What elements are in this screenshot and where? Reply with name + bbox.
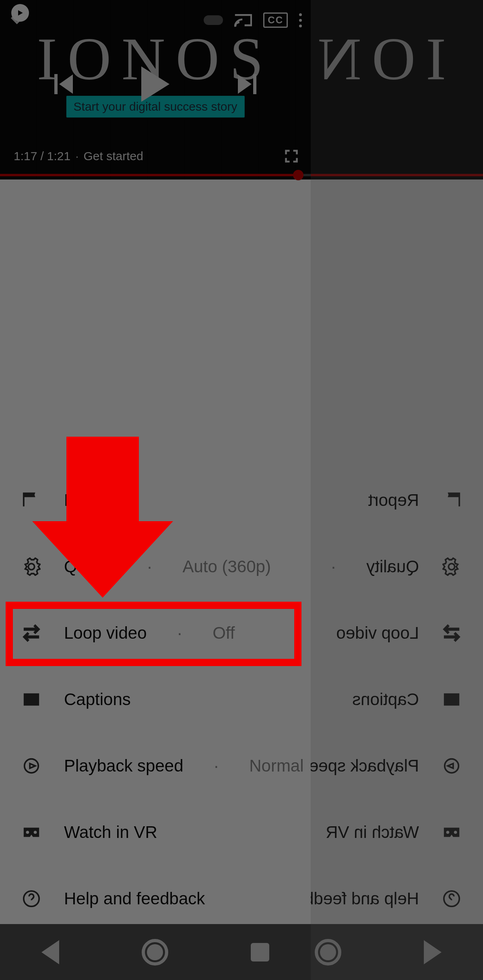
captions-icon bbox=[442, 690, 461, 709]
flag-icon bbox=[442, 491, 461, 510]
current-time: 1:17 bbox=[14, 149, 37, 163]
video-player[interactable]: CC IONOS Start your digital success stor… bbox=[0, 0, 311, 179]
play-icon bbox=[16, 9, 24, 17]
menu-item-report: Report bbox=[311, 467, 483, 533]
speed-icon bbox=[442, 757, 461, 775]
progress-bar[interactable] bbox=[0, 174, 311, 176]
android-navbar bbox=[0, 924, 311, 980]
loop-icon bbox=[442, 624, 461, 642]
up-next-label[interactable]: Get started bbox=[83, 149, 143, 163]
menu-item-speed: Playback speed·Normal bbox=[311, 732, 483, 799]
duration: 1:21 bbox=[47, 149, 70, 163]
menu-item-value: Normal bbox=[249, 756, 303, 776]
menu-item-vr[interactable]: Watch in VR bbox=[0, 799, 311, 865]
more-icon[interactable] bbox=[299, 13, 302, 27]
vr-icon bbox=[442, 823, 461, 842]
menu-item-label: Watch in VR bbox=[326, 823, 419, 842]
loop-icon bbox=[22, 624, 41, 642]
menu-item-help: Help and feedback bbox=[311, 865, 483, 932]
nav-recents-icon[interactable] bbox=[251, 943, 269, 961]
menu-item-label: Loop video bbox=[64, 623, 147, 643]
menu-item-captions: Captions bbox=[311, 666, 483, 732]
nav-back-icon[interactable] bbox=[41, 940, 59, 964]
captions-icon bbox=[22, 690, 41, 709]
menu-item-loop: Loop video·Off bbox=[311, 600, 483, 666]
annotation-arrow bbox=[66, 437, 173, 598]
menu-item-speed[interactable]: Playback speed·Normal bbox=[0, 732, 311, 799]
menu-item-help[interactable]: Help and feedback bbox=[0, 865, 311, 932]
progress-scrubber[interactable] bbox=[293, 170, 303, 180]
play-button[interactable] bbox=[141, 66, 169, 102]
menu-item-label: Playback speed bbox=[64, 756, 184, 776]
nav-home-icon[interactable] bbox=[142, 939, 168, 966]
fullscreen-icon[interactable] bbox=[284, 149, 299, 163]
vr-icon bbox=[22, 823, 41, 842]
time-row: 1:17 / 1:21 · Get started bbox=[14, 149, 299, 163]
menu-item-captions[interactable]: Captions bbox=[0, 666, 311, 732]
menu-item-label: Loop video bbox=[336, 623, 419, 643]
flag-icon bbox=[22, 491, 41, 510]
menu-item-loop[interactable]: Loop video·Off bbox=[0, 600, 311, 666]
menu-item-label: Captions bbox=[352, 690, 419, 709]
menu-item-label: Help and feedback bbox=[64, 889, 205, 908]
previous-button[interactable] bbox=[54, 74, 73, 94]
help-icon bbox=[442, 889, 461, 908]
menu-item-label: Playback speed bbox=[311, 756, 419, 776]
mirror-strip: IONOS ReportQuality·Auto (360p)Loop vide… bbox=[311, 0, 483, 980]
menu-item-value: Off bbox=[213, 623, 235, 643]
autoplay-toggle[interactable] bbox=[204, 15, 223, 25]
menu-item-vr: Watch in VR bbox=[311, 799, 483, 865]
menu-item-label: Help and feedback bbox=[311, 889, 419, 908]
menu-item-label: Report bbox=[368, 491, 419, 510]
menu-item-label: Captions bbox=[64, 690, 131, 709]
menu-item-quality: Quality·Auto (360p) bbox=[311, 533, 483, 600]
menu-item-label: Quality bbox=[366, 557, 419, 576]
speed-icon bbox=[22, 757, 41, 775]
menu-item-value: Auto (360p) bbox=[182, 557, 270, 576]
next-button[interactable] bbox=[238, 74, 256, 94]
menu-item-label: Watch in VR bbox=[64, 823, 157, 842]
help-icon bbox=[22, 889, 41, 908]
gear-icon bbox=[442, 557, 461, 576]
